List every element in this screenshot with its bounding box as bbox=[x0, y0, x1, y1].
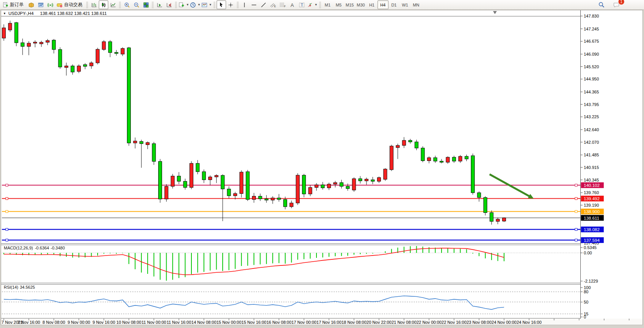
zoom-in-button[interactable] bbox=[122, 0, 132, 9]
price-axis-label: 140.915 bbox=[584, 165, 599, 170]
tile-windows-button[interactable] bbox=[141, 0, 151, 9]
cursor-button[interactable] bbox=[217, 0, 226, 9]
equidistant-channel-button[interactable]: E bbox=[268, 0, 278, 9]
crosshair-button[interactable] bbox=[226, 0, 236, 9]
candle bbox=[483, 196, 487, 215]
price-axis-label: 146.090 bbox=[584, 52, 599, 56]
toolbar-separator bbox=[319, 2, 321, 8]
fibonacci-button[interactable]: F bbox=[278, 0, 287, 9]
indicators-button[interactable]: ▼ bbox=[178, 0, 190, 9]
timeframe-MN[interactable]: MN bbox=[411, 0, 422, 9]
candle bbox=[352, 177, 356, 192]
price-axis-label: 143.225 bbox=[584, 114, 599, 119]
horizontal-line-button[interactable] bbox=[249, 0, 259, 9]
tile-windows-icon bbox=[143, 2, 149, 8]
chart-shift-button[interactable] bbox=[164, 0, 174, 9]
notification-badge: 1 bbox=[618, 0, 625, 5]
time-axis-label: 11 Nov 16:00 bbox=[167, 320, 191, 325]
price-axis[interactable]: 147.830147.245146.675146.090145.520144.9… bbox=[581, 10, 643, 325]
bar-chart-mode-button[interactable] bbox=[89, 0, 99, 9]
macd-axis-label: 0.5345 bbox=[584, 245, 597, 250]
toolbar-separator bbox=[175, 2, 177, 8]
periods-button[interactable]: ▼ bbox=[190, 0, 201, 9]
candle-mode-button[interactable] bbox=[99, 0, 108, 9]
timeframe-M5[interactable]: M5 bbox=[333, 0, 344, 9]
time-axis-label: 7 Nov 16:00 bbox=[18, 320, 40, 325]
candle bbox=[171, 174, 174, 188]
time-axis-label: 11 Nov 00:00 bbox=[141, 320, 166, 325]
time-axis[interactable]: 7 Nov 20227 Nov 16:008 Nov 08:009 Nov 00… bbox=[1, 319, 643, 325]
notifications-button[interactable]: 1 bbox=[612, 0, 621, 9]
candle bbox=[102, 40, 106, 51]
arrows-icon bbox=[307, 2, 313, 8]
autotrading-button[interactable]: 自动交易 bbox=[55, 0, 85, 9]
candle bbox=[159, 159, 162, 203]
line-chart-mode-button[interactable] bbox=[108, 0, 118, 9]
line-handle bbox=[575, 239, 577, 241]
timeframe-W1[interactable]: W1 bbox=[400, 0, 411, 9]
search-button[interactable] bbox=[597, 0, 606, 9]
candle bbox=[127, 47, 131, 146]
text-icon: A bbox=[289, 2, 295, 8]
time-axis-label: 20 Nov 22:00 bbox=[366, 320, 391, 325]
channel-icon: E bbox=[270, 2, 276, 8]
vertical-line-button[interactable] bbox=[240, 0, 249, 9]
text-label-button[interactable]: T bbox=[297, 0, 307, 9]
trendline-button[interactable] bbox=[259, 0, 268, 9]
rsi-axis-label: 0 bbox=[584, 315, 586, 319]
timeframe-M15[interactable]: M15 bbox=[344, 0, 355, 9]
candle bbox=[421, 146, 424, 162]
vertical-line-icon bbox=[242, 2, 247, 8]
price-axis-label: 145.520 bbox=[584, 64, 599, 69]
timeframe-M30[interactable]: M30 bbox=[355, 0, 366, 9]
time-axis-label: 17 Nov 16:00 bbox=[316, 320, 341, 325]
new-order-button[interactable]: 新订单 bbox=[1, 0, 26, 9]
line-handle bbox=[575, 184, 577, 187]
time-axis-label: 9 Nov 00:00 bbox=[67, 320, 90, 325]
price-badge-label: 138.611 bbox=[584, 216, 599, 220]
timeframe-H1[interactable]: H1 bbox=[366, 0, 377, 9]
zoom-out-icon bbox=[133, 2, 140, 8]
arrows-button[interactable]: ▼ bbox=[307, 0, 318, 9]
line-handle bbox=[6, 211, 8, 213]
chart-area[interactable]: 147.830147.245146.675146.090145.520144.9… bbox=[0, 0, 644, 328]
candle bbox=[14, 22, 18, 46]
price-axis-label: 147.830 bbox=[584, 14, 599, 18]
candle bbox=[165, 184, 168, 202]
candle bbox=[96, 48, 100, 64]
price-axis-label: 146.675 bbox=[584, 39, 599, 43]
text-label-icon: T bbox=[299, 2, 305, 8]
price-axis-label: 142.070 bbox=[584, 140, 599, 145]
time-axis-label: 16 Nov 08:00 bbox=[267, 320, 291, 325]
toolbar-separator bbox=[86, 2, 88, 8]
price-axis-label: 141.485 bbox=[584, 153, 599, 157]
line-handle bbox=[575, 198, 577, 200]
toolbar-separator bbox=[152, 2, 154, 8]
timeframe-M1[interactable]: M1 bbox=[322, 0, 333, 9]
time-axis-label: 17 Nov 00:00 bbox=[291, 320, 316, 325]
line-handle bbox=[6, 184, 8, 187]
text-button[interactable]: A bbox=[287, 0, 297, 9]
zoom-out-button[interactable] bbox=[132, 0, 141, 9]
candle bbox=[302, 174, 306, 197]
time-axis-label: 15 Nov 16:00 bbox=[241, 320, 266, 325]
signals-button[interactable] bbox=[45, 0, 55, 9]
templates-button[interactable]: ▼ bbox=[201, 0, 212, 9]
chart-shift-icon bbox=[166, 2, 172, 8]
dropdown-caret-icon: ▼ bbox=[186, 3, 189, 6]
market-watch-icon bbox=[28, 2, 34, 8]
timeframe-D1[interactable]: D1 bbox=[389, 0, 400, 9]
candle bbox=[384, 168, 387, 181]
market-watch-button[interactable] bbox=[26, 0, 36, 9]
one-click-arrow-icon[interactable]: ▼ bbox=[3, 12, 6, 15]
navigator-button[interactable] bbox=[36, 0, 45, 9]
horizontal-line-icon bbox=[251, 2, 257, 8]
time-axis-label: 15 Nov 00:00 bbox=[217, 320, 241, 325]
new-order-label: 新订单 bbox=[10, 2, 24, 8]
time-axis-label: 10 Nov 08:00 bbox=[116, 320, 141, 325]
timeframe-H4[interactable]: H4 bbox=[377, 0, 389, 9]
auto-scroll-button[interactable] bbox=[155, 0, 164, 9]
toolbar-separator bbox=[214, 2, 215, 8]
bar-chart-icon bbox=[91, 2, 97, 8]
clock-icon bbox=[190, 2, 196, 8]
